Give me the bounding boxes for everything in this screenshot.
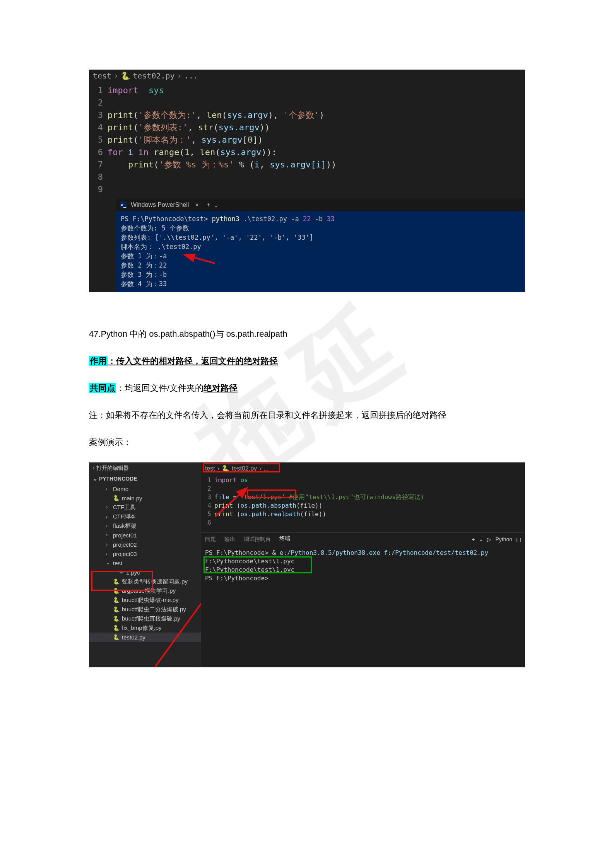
tree-item[interactable]: ›project01 — [89, 530, 201, 540]
terminal-output: PS F:\Pythoncode\test> python3 .\test02.… — [116, 211, 525, 292]
terminal-tab-title[interactable]: Windows PowerShell — [131, 201, 189, 208]
tree-item[interactable]: 🐍fix_bmp修复.py — [89, 623, 201, 633]
tree-item[interactable]: ⌄test — [89, 558, 201, 568]
breadcrumb-folder: test — [93, 71, 111, 80]
breadcrumb-file: test02.py — [133, 71, 174, 80]
python-icon: 🐍 — [113, 578, 120, 585]
python-icon: 🐍 — [113, 625, 120, 631]
terminal-lang: Python — [495, 536, 512, 542]
close-icon[interactable]: × — [195, 201, 199, 208]
terminal-play-icon[interactable]: ▷ — [487, 536, 491, 542]
panel-tabs: 问题 输出 调试控制台 终端 + ⌄ ▷ Python ▢ — [201, 532, 525, 546]
tree-item[interactable]: 🐍buuctf爬虫直接爆破.py — [89, 614, 201, 623]
document-text: 47.Python 中的 os.path.abspath()与 os.path.… — [89, 327, 525, 449]
plus-icon[interactable]: + — [207, 201, 210, 208]
tree-item[interactable]: 🐍buuctf爬虫二分法爆破.py — [89, 605, 201, 614]
sidebar: ›打开的编辑器 ⌄ PYTHONCODE ›Demo🐍main.py›CTF工具… — [89, 462, 201, 667]
powershell-icon: >_ — [120, 201, 127, 208]
tree-item[interactable]: 🐍强制类型转换遗留问题.py — [89, 577, 201, 586]
tree-item[interactable]: 🐍buuctf爬虫爆破-me.py — [89, 595, 201, 605]
demo-label: 案例演示： — [89, 435, 525, 449]
code-lines: import sys print('参数个数为:', len(sys.argv)… — [108, 82, 336, 198]
svg-line-0 — [186, 255, 215, 263]
breadcrumb: test › 🐍 test02.py › ... — [89, 70, 525, 82]
tree-item[interactable]: ›CTF脚本 — [89, 512, 201, 521]
python-icon: 🐍 — [113, 588, 120, 594]
tree-item[interactable]: ≣1.pyc — [89, 568, 201, 577]
line-gutter: 12 34 56 78 9 — [89, 82, 108, 198]
python-icon: 🐍 — [113, 495, 120, 501]
python-icon: 🐍 — [113, 616, 120, 622]
tree-item[interactable]: ›flask框架 — [89, 521, 201, 530]
tab-terminal[interactable]: 终端 — [279, 535, 290, 543]
chevron-right-icon: › — [114, 71, 118, 80]
chevron-down-icon[interactable]: ⌄ — [214, 201, 218, 208]
terminal-tab-bar: >_ Windows PowerShell × + ⌄ — [116, 198, 525, 211]
code-editor-1: test › 🐍 test02.py › ... 12 34 56 78 9 i… — [89, 70, 525, 292]
terminal-output: PS F:\Pythoncode> & e:/Python3.8.5/pytho… — [201, 546, 525, 586]
root-folder[interactable]: ⌄ PYTHONCODE — [89, 474, 201, 483]
tree-item[interactable]: ›CTF工具 — [89, 503, 201, 512]
tab-debug-console[interactable]: 调试控制台 — [244, 536, 271, 543]
tree-item[interactable]: ›project03 — [89, 549, 201, 558]
gongtong-line: 共同点：均返回文件/文件夹的绝对路径 — [89, 381, 525, 395]
heading-47: 47.Python 中的 os.path.abspath()与 os.path.… — [89, 327, 525, 341]
note-line: 注：如果将不存在的文件名传入，会将当前所在目录和文件名拼接起来，返回拼接后的绝对… — [89, 408, 525, 422]
red-arrow-icon — [182, 254, 217, 265]
zuoyong-line: 作用：传入文件的相对路径，返回文件的绝对路径 — [89, 354, 525, 368]
tab-problems[interactable]: 问题 — [205, 536, 216, 543]
maximize-panel-icon[interactable]: ▢ — [516, 536, 521, 542]
plus-icon[interactable]: + — [472, 536, 475, 542]
tree-item[interactable]: 🐍main.py — [89, 493, 201, 503]
chevron-down-icon[interactable]: ⌄ — [479, 536, 483, 542]
breadcrumb-dots: ... — [184, 71, 198, 80]
python-icon: 🐍 — [113, 606, 120, 612]
python-icon: 🐍 — [113, 597, 120, 603]
breadcrumb: test › 🐍 test02.py › ... — [201, 462, 525, 474]
tab-output[interactable]: 输出 — [224, 536, 235, 543]
code-lines: 12 34 56 import os file = 'test/1.pyc' #… — [201, 474, 525, 529]
binary-file-icon: ≣ — [119, 569, 124, 575]
python-icon: 🐍 — [113, 634, 120, 640]
tree-item[interactable]: ›project02 — [89, 540, 201, 549]
open-editors-header[interactable]: ›打开的编辑器 — [89, 462, 201, 474]
editor-main: test › 🐍 test02.py › ... 12 34 56 import… — [201, 462, 525, 667]
tree-item[interactable]: 🐍test02.py — [89, 633, 201, 642]
tree-item[interactable]: 🐍argparse模块学习.py — [89, 586, 201, 595]
chevron-right-icon: › — [177, 71, 182, 80]
tree-item[interactable]: ›Demo — [89, 484, 201, 493]
python-icon: 🐍 — [121, 71, 130, 80]
vscode-screenshot-2: ›打开的编辑器 ⌄ PYTHONCODE ›Demo🐍main.py›CTF工具… — [89, 462, 525, 667]
file-tree: ›Demo🐍main.py›CTF工具›CTF脚本›flask框架›projec… — [89, 483, 201, 643]
python-icon: 🐍 — [222, 465, 229, 472]
